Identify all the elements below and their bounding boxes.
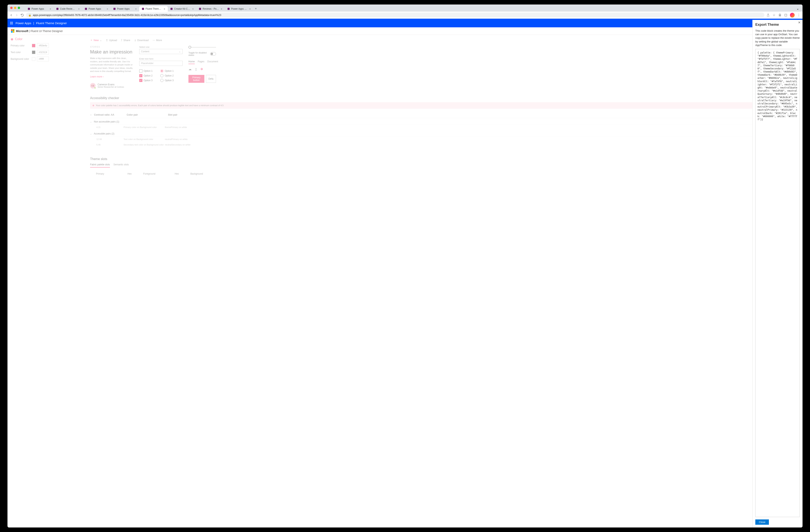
placeholder-input[interactable] — [139, 61, 182, 66]
reload-icon[interactable] — [20, 13, 24, 17]
close-icon[interactable]: ✕ — [798, 21, 800, 24]
tab-close-icon[interactable]: × — [163, 7, 166, 10]
a11y-table-header: ⌄ Contrast ratio: AA Color pair Slot pai… — [90, 112, 800, 118]
radio[interactable] — [160, 79, 163, 82]
more-button[interactable]: ⋯ More — [152, 39, 162, 42]
color-heading: ◉ Color — [11, 37, 51, 41]
export-description: This code block creates the theme you ca… — [755, 29, 800, 47]
svg-rect-0 — [28, 8, 30, 10]
new-tab-button[interactable]: + — [253, 6, 258, 12]
tab-close-icon[interactable]: × — [220, 7, 223, 10]
color-swatch[interactable] — [32, 51, 35, 54]
a11y-row: 6.46Secondary text color on Background c… — [90, 142, 800, 147]
learn-more-link[interactable]: Learn more › — [90, 75, 133, 78]
persona-role: Senior Researcher at Contoso — [98, 86, 124, 88]
checkbox[interactable]: ✓ — [139, 74, 142, 77]
ext-square-icon[interactable] — [784, 13, 788, 17]
palette-icon: ◉ — [11, 37, 13, 41]
slider-thumb[interactable] — [189, 46, 191, 49]
pivot-pages[interactable]: Pages — [198, 60, 204, 64]
checkbox-option[interactable]: ✓Option 3 — [139, 79, 152, 82]
tab-close-icon[interactable]: × — [134, 7, 137, 10]
content-dropdown[interactable]: Content⌄ — [139, 49, 182, 54]
fabric-tab[interactable]: Fabric palette slots — [90, 163, 110, 167]
slot-tabs: Fabric palette slots Semantic slots — [90, 163, 800, 167]
chevron-down-icon[interactable]: ⌄ — [90, 113, 92, 116]
preview-canvas: ＋ New ⌄ ↥ Upload ⤴ Share ⤓ Download ⋯ Mo… — [55, 35, 803, 528]
tab-favicon — [142, 7, 144, 10]
share-button[interactable]: ⤴ Share — [121, 39, 130, 42]
a11y-heading: Accessibility checker — [90, 96, 800, 100]
lock-icon: 🔒 — [28, 14, 31, 17]
radio-option[interactable]: Option 2 — [160, 74, 174, 77]
browser-tab[interactable]: Power Apps Review Tool -× — [225, 6, 253, 12]
default-button[interactable]: Defa — [206, 75, 216, 83]
window-close-dot[interactable] — [10, 7, 13, 9]
theme-slots-heading: Theme slots — [90, 157, 800, 161]
option-label: Option 3 — [165, 79, 174, 82]
checkbox-option[interactable]: ✓Option 2 — [139, 74, 152, 77]
window-maximize-dot[interactable] — [18, 7, 20, 9]
persona: CE Cameron Evans Senior Researcher at Co… — [90, 83, 133, 88]
disabled-toggle[interactable] — [210, 52, 216, 56]
radio-option[interactable]: Option 3 — [160, 79, 174, 82]
radio-option[interactable]: Option 1 — [160, 69, 174, 72]
checkbox[interactable] — [139, 69, 142, 72]
extensions-icon[interactable] — [778, 13, 782, 17]
close-button[interactable]: Close — [755, 519, 769, 525]
browser-tab[interactable]: Fluent Theme Designer - P× — [139, 6, 168, 12]
checkbox[interactable]: ✓ — [139, 79, 142, 82]
waffle-icon[interactable] — [10, 22, 13, 24]
tab-overflow-icon[interactable]: ⌄ — [794, 5, 801, 12]
tab-close-icon[interactable]: × — [192, 7, 194, 10]
app-title: Power Apps | Fluent Theme Designer — [16, 21, 67, 25]
forward-icon[interactable] — [15, 13, 18, 17]
back-icon[interactable] — [10, 13, 13, 17]
slot-headers: Primary Hex Foreground Hex Background — [90, 172, 800, 175]
browser-tab[interactable]: Code Review Tool Experim× — [54, 6, 82, 12]
share-icon[interactable] — [766, 13, 770, 17]
browser-tab[interactable]: Power Apps× — [111, 6, 139, 12]
color-swatch[interactable] — [32, 57, 35, 61]
preview-toolbar: ＋ New ⌄ ↥ Upload ⤴ Share ⤓ Download ⋯ Mo… — [90, 38, 800, 42]
download-button[interactable]: ⤓ Download — [134, 39, 149, 42]
svg-rect-3 — [113, 8, 116, 10]
browser-tab[interactable]: Creator Kit Control Referen× — [168, 6, 196, 12]
url-bar[interactable]: 🔒 apps.powerapps.com/play/2f6b0e93-7676-… — [26, 13, 764, 17]
browser-tab[interactable]: Reviews - Power Apps× — [196, 6, 225, 12]
color-swatch[interactable] — [32, 44, 35, 47]
theme-code-block[interactable]: { palette: { themePrimary: "#f00e4a", th… — [755, 49, 800, 517]
new-button[interactable]: ＋ New ⌄ — [90, 38, 102, 42]
radio[interactable] — [160, 69, 163, 72]
star-icon[interactable]: ☆ — [772, 13, 776, 17]
tab-title: Code Review Tool Experim — [60, 7, 76, 10]
slider[interactable] — [189, 47, 216, 48]
browser-profile-avatar[interactable] — [790, 13, 795, 17]
browser-tab[interactable]: Power Apps× — [82, 6, 111, 12]
tab-close-icon[interactable]: × — [249, 7, 252, 10]
pivot-home[interactable]: Home — [189, 60, 195, 64]
color-value-input[interactable] — [37, 56, 49, 61]
checkbox-option[interactable]: Option 1 — [139, 69, 152, 72]
pivot-document[interactable]: Document — [207, 60, 218, 64]
accessible-group[interactable]: ⌄ Accessible pairs (2) — [90, 130, 800, 136]
window-minimize-dot[interactable] — [14, 7, 16, 9]
svg-rect-5 — [171, 8, 173, 10]
color-value-input[interactable] — [37, 43, 49, 48]
pivot-tabs: Home Pages Document — [189, 60, 216, 64]
color-value-input[interactable] — [37, 50, 49, 55]
tab-title: Creator Kit Control Referen — [174, 7, 190, 10]
svg-rect-4 — [142, 8, 144, 10]
tab-close-icon[interactable]: × — [49, 7, 52, 10]
cloud-icon: ☁ — [189, 67, 192, 71]
non-accessible-group[interactable]: ⌄ Non accessible pairs (1) — [90, 118, 800, 124]
tab-close-icon[interactable]: × — [106, 7, 109, 10]
radio[interactable] — [160, 74, 163, 77]
tab-close-icon[interactable]: × — [78, 7, 80, 10]
semantic-tab[interactable]: Semantic slots — [113, 163, 129, 167]
export-title: Export Theme — [755, 22, 800, 27]
primary-button[interactable]: Primary button — [189, 75, 204, 83]
browser-tab[interactable]: Power Apps× — [25, 6, 54, 12]
kebab-icon[interactable]: ⋮ — [797, 13, 800, 17]
upload-button[interactable]: ↥ Upload — [106, 39, 117, 42]
